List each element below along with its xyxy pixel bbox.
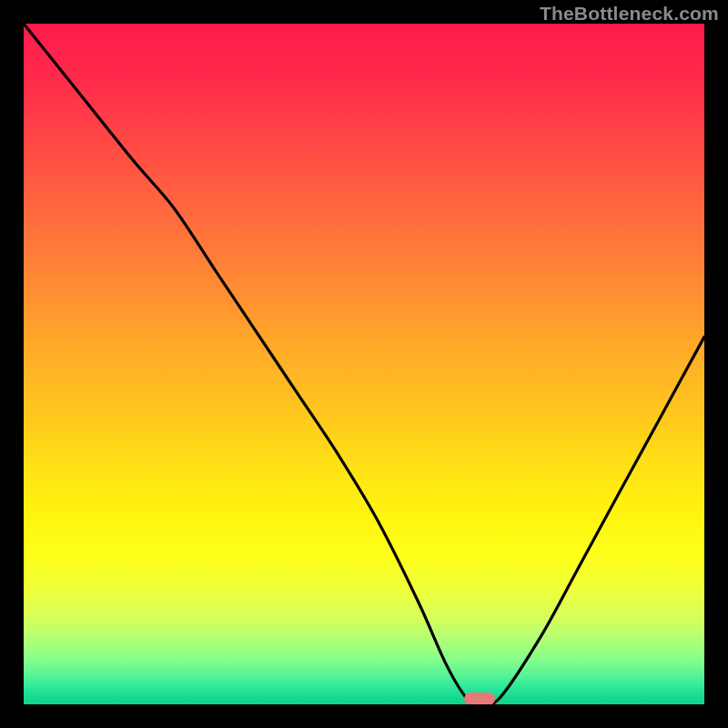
optimal-marker xyxy=(464,693,495,704)
chart-frame: TheBottleneck.com xyxy=(0,0,728,728)
plot-area xyxy=(24,24,704,704)
bottleneck-curve xyxy=(24,24,704,704)
watermark-text: TheBottleneck.com xyxy=(540,3,719,25)
